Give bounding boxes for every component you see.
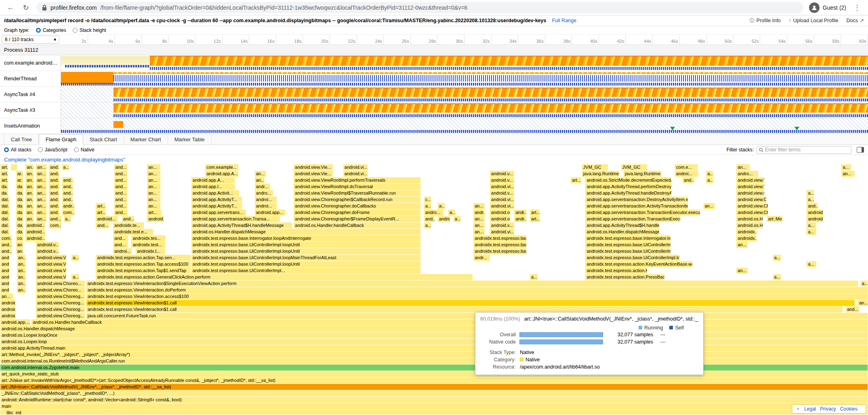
flame-frame[interactable]: android.app.servertrans... bbox=[191, 210, 247, 216]
flame-frame[interactable]: and... bbox=[0, 287, 10, 293]
flame-frame[interactable]: android.app.ActivityThread.performDestro… bbox=[585, 184, 672, 190]
flame-frame[interactable]: a... bbox=[437, 203, 445, 209]
flame-frame[interactable]: ar... bbox=[16, 177, 23, 183]
flame-frame[interactable]: android.v... bbox=[36, 242, 59, 248]
flame-frame[interactable]: com... bbox=[48, 222, 61, 228]
flame-frame[interactable]: android.view.C... bbox=[736, 190, 765, 196]
flame-frame[interactable]: art::Me... bbox=[767, 216, 783, 222]
flame-frame[interactable]: android.os.Handler.dispatchMessage bbox=[585, 229, 660, 235]
flame-frame[interactable]: android.view.Choreog... bbox=[36, 313, 85, 319]
flame-frame[interactable]: and... bbox=[0, 274, 10, 280]
flame-frame[interactable]: android.app.I... bbox=[191, 184, 235, 190]
flame-frame[interactable]: art... bbox=[0, 177, 8, 183]
footer-link-legal[interactable]: Legal bbox=[804, 406, 816, 412]
graph-type-option-categories[interactable]: Categories bbox=[36, 27, 66, 33]
flame-frame[interactable]: android.app.ActivityThread$H.handleMessa… bbox=[191, 222, 292, 228]
flame-frame[interactable]: android.view.ViewRootImpl$TraversalRunna… bbox=[293, 190, 421, 196]
flame-frame[interactable]: and... bbox=[806, 203, 818, 209]
stack-filter-option-javascript[interactable]: JavaScript bbox=[38, 147, 67, 153]
flame-frame[interactable]: and... bbox=[0, 255, 10, 261]
flame-frame[interactable]: android.view.Choreographer$FrameDisplayE… bbox=[293, 216, 421, 222]
flame-frame[interactable]: and... bbox=[122, 216, 135, 222]
flame-frame[interactable]: art::Method_invoke(_JNIEnv*, _jobject*, … bbox=[0, 352, 868, 358]
radio-icon[interactable] bbox=[73, 28, 78, 33]
flame-frame[interactable]: an... bbox=[17, 255, 26, 261]
flame-frame[interactable]: da... bbox=[16, 216, 23, 222]
flame-frame[interactable]: an... bbox=[147, 184, 160, 190]
flame-frame[interactable]: android.view.ViewRo... bbox=[36, 261, 67, 267]
flame-frame[interactable]: a... bbox=[71, 255, 79, 261]
flame-frame[interactable] bbox=[11, 164, 17, 170]
tracks-dropdown-button[interactable]: 6 / 110 tracks ▾ bbox=[2, 36, 59, 44]
flame-frame[interactable]: android.app.ActivityThread.main bbox=[0, 345, 868, 351]
flame-frame[interactable]: dal... bbox=[0, 197, 10, 203]
flame-frame[interactable]: da... bbox=[16, 197, 23, 203]
flame-frame[interactable]: and... bbox=[62, 177, 73, 183]
flame-frame[interactable]: android.view.V... bbox=[736, 177, 765, 183]
flame-frame[interactable]: androidx.test.espresso.base.UiController… bbox=[585, 248, 671, 254]
flame-frame[interactable]: art... bbox=[95, 210, 106, 216]
flame-frame[interactable]: da... bbox=[16, 210, 23, 216]
flame-frame[interactable]: an... bbox=[25, 210, 34, 216]
flame-frame[interactable]: androidx.test.espresso.base.UiController… bbox=[191, 268, 421, 274]
flame-frame[interactable]: androidx.test.espresso.ViewInteraction.a… bbox=[86, 293, 868, 300]
flame-frame[interactable]: and... bbox=[114, 171, 128, 177]
flame-frame[interactable]: android... bbox=[806, 210, 824, 216]
flame-frame[interactable]: android.os.... bbox=[490, 210, 511, 216]
flame-frame[interactable]: android.... bbox=[0, 306, 16, 312]
flame-frame[interactable]: an... bbox=[25, 177, 34, 183]
flame-frame[interactable]: JVM_GC bbox=[582, 164, 609, 170]
flame-frame[interactable]: and... bbox=[0, 268, 10, 274]
flame-frame[interactable]: android.v... bbox=[490, 171, 515, 177]
flame-frame[interactable]: androidx.test.e... bbox=[113, 229, 153, 235]
flame-frame[interactable]: android... bbox=[806, 216, 824, 222]
flame-frame[interactable]: androidx.test.espresso.base.Interrogator… bbox=[585, 235, 671, 241]
flame-frame[interactable]: a... bbox=[63, 216, 71, 222]
flame-frame[interactable]: an... bbox=[25, 216, 34, 222]
flame-frame[interactable]: and... bbox=[0, 261, 10, 267]
reload-icon[interactable]: ↻ bbox=[21, 3, 31, 13]
track-activity-graph[interactable] bbox=[61, 103, 868, 118]
flame-frame[interactable]: an... bbox=[17, 261, 26, 267]
flame-frame[interactable]: a... bbox=[706, 177, 713, 183]
flame-frame[interactable]: an... bbox=[147, 171, 160, 177]
flame-frame[interactable]: android.app.ActivityT... bbox=[191, 197, 242, 203]
url-bar[interactable]: profiler.firefox.com/from-file/flame-gra… bbox=[36, 2, 803, 13]
flame-frame[interactable]: da... bbox=[0, 190, 8, 196]
flame-frame[interactable]: android.app.servertransaction.Transa... bbox=[191, 216, 280, 222]
flame-frame[interactable]: com... bbox=[62, 210, 75, 216]
flame-frame[interactable]: an... bbox=[36, 190, 47, 196]
flame-frame[interactable]: and... bbox=[113, 235, 128, 241]
flame-frame[interactable]: android.os.Handler.dispatchMessage bbox=[0, 326, 868, 332]
full-range-link[interactable]: Full Range bbox=[552, 18, 576, 23]
flame-frame[interactable]: and... bbox=[48, 171, 60, 177]
flame-frame[interactable]: an... bbox=[36, 164, 47, 170]
flame-frame[interactable]: android.os.Handler.handleCallback bbox=[31, 319, 868, 325]
flame-frame[interactable]: an... bbox=[25, 171, 34, 177]
flame-frame[interactable]: android.os.... bbox=[490, 216, 511, 222]
flame-frame[interactable]: android.a... bbox=[0, 300, 16, 306]
track-activity-graph[interactable] bbox=[61, 87, 868, 102]
flame-frame[interactable]: android.vi... bbox=[343, 171, 368, 177]
flame-frame[interactable]: andr... bbox=[514, 216, 527, 222]
flame-frame[interactable]: android.app.servertransaction.DestroyAct… bbox=[585, 197, 688, 203]
flame-frame[interactable]: an... bbox=[473, 203, 485, 209]
tab-flame-graph[interactable]: Flame Graph bbox=[39, 134, 83, 145]
flame-frame[interactable]: androidx.test.espresso.base.UiContr... bbox=[473, 248, 527, 254]
flame-frame[interactable]: and... bbox=[114, 190, 128, 196]
flame-frame[interactable]: and... bbox=[113, 242, 128, 248]
flame-graph-canvas[interactable]: art...an...an...and...a...and...an...com… bbox=[0, 164, 868, 415]
flame-frame[interactable]: android... bbox=[95, 216, 118, 222]
flame-frame[interactable]: android.app.A... bbox=[205, 171, 239, 177]
graph-type-option-stack-height[interactable]: Stack height bbox=[73, 27, 106, 33]
flame-frame[interactable]: androidx.test.espresso.ViewInteraction$S… bbox=[86, 281, 859, 287]
flame-frame[interactable]: android.vi... bbox=[490, 229, 515, 235]
flame-frame[interactable]: an... bbox=[254, 171, 267, 177]
flame-frame[interactable]: and... bbox=[114, 184, 128, 190]
tab-marker-table[interactable]: Marker Table bbox=[168, 134, 212, 145]
flame-frame[interactable]: com.android.internal.os.RuntimeInit$Meth… bbox=[0, 358, 868, 364]
flame-frame[interactable]: an... bbox=[25, 203, 34, 209]
flame-frame[interactable]: and... bbox=[48, 164, 60, 170]
flame-frame[interactable]: andr... bbox=[62, 203, 75, 209]
flame-frame[interactable]: art::JValue art::InvokeWithVarArgs<_jmet… bbox=[0, 377, 868, 384]
